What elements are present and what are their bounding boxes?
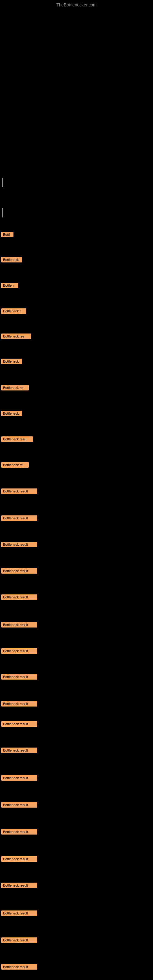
bottleneck-badge-1: Bottl — [1, 232, 13, 237]
bottleneck-badge-2: Bottleneck — [1, 257, 22, 262]
bottleneck-item-18: Bottleneck result — [1, 674, 37, 679]
site-title: TheBottlenecker.com — [56, 2, 97, 7]
bottleneck-item-21: Bottleneck result — [1, 747, 37, 753]
bottleneck-badge-28: Bottleneck result — [1, 937, 37, 943]
bottleneck-item-9: Bottleneck resu — [1, 436, 33, 442]
bottleneck-item-3: Bottlen — [1, 282, 18, 288]
vertical-line-1 — [2, 178, 3, 187]
bottleneck-item-26: Bottleneck result — [1, 882, 37, 888]
bottleneck-badge-22: Bottleneck result — [1, 775, 37, 781]
bottleneck-badge-24: Bottleneck result — [1, 829, 37, 835]
bottleneck-item-22: Bottleneck result — [1, 775, 37, 781]
bottleneck-badge-9: Bottleneck resu — [1, 436, 33, 442]
bottleneck-item-1: Bottl — [1, 232, 13, 237]
bottleneck-item-8: Bottleneck — [1, 410, 22, 416]
bottleneck-item-5: Bottleneck res — [1, 333, 31, 339]
bottleneck-badge-17: Bottleneck result — [1, 648, 37, 654]
bottleneck-item-15: Bottleneck result — [1, 594, 37, 600]
bottleneck-badge-10: Bottleneck re — [1, 462, 29, 468]
bottleneck-item-17: Bottleneck result — [1, 648, 37, 654]
bottleneck-item-20: Bottleneck result — [1, 721, 37, 727]
bottleneck-badge-19: Bottleneck result — [1, 701, 37, 706]
bottleneck-badge-12: Bottleneck result — [1, 515, 37, 521]
bottleneck-item-6: Bottleneck — [1, 358, 22, 364]
bottleneck-item-25: Bottleneck result — [1, 856, 37, 862]
bottleneck-badge-5: Bottleneck res — [1, 334, 31, 339]
bottleneck-item-27: Bottleneck result — [1, 910, 37, 916]
bottleneck-item-23: Bottleneck result — [1, 802, 37, 808]
bottleneck-item-24: Bottleneck result — [1, 829, 37, 835]
bottleneck-item-7: Bottleneck re — [1, 385, 29, 390]
bottleneck-badge-3: Bottlen — [1, 283, 18, 288]
bottleneck-item-4: Bottleneck r — [1, 308, 26, 314]
bottleneck-badge-11: Bottleneck result — [1, 488, 37, 494]
bottleneck-item-2: Bottleneck — [1, 257, 22, 262]
bottleneck-badge-20: Bottleneck result — [1, 721, 37, 727]
bottleneck-badge-26: Bottleneck result — [1, 883, 37, 888]
bottleneck-badge-14: Bottleneck result — [1, 568, 37, 574]
vertical-line-2 — [2, 208, 3, 218]
bottleneck-badge-13: Bottleneck result — [1, 542, 37, 547]
bottleneck-badge-21: Bottleneck result — [1, 748, 37, 753]
bottleneck-item-28: Bottleneck result — [1, 937, 37, 943]
bottleneck-badge-18: Bottleneck result — [1, 674, 37, 679]
bottleneck-item-14: Bottleneck result — [1, 568, 37, 574]
bottleneck-badge-23: Bottleneck result — [1, 802, 37, 808]
bottleneck-badge-7: Bottleneck re — [1, 385, 29, 390]
bottleneck-badge-15: Bottleneck result — [1, 595, 37, 600]
bottleneck-badge-8: Bottleneck — [1, 411, 22, 416]
bottleneck-badge-25: Bottleneck result — [1, 856, 37, 862]
bottleneck-badge-4: Bottleneck r — [1, 309, 26, 314]
bottleneck-badge-27: Bottleneck result — [1, 910, 37, 916]
bottleneck-item-16: Bottleneck result — [1, 622, 37, 627]
bottleneck-item-12: Bottleneck result — [1, 515, 37, 521]
bottleneck-item-29: Bottleneck result — [1, 964, 37, 970]
bottleneck-badge-16: Bottleneck result — [1, 622, 37, 627]
bottleneck-item-19: Bottleneck result — [1, 701, 37, 706]
bottleneck-badge-6: Bottleneck — [1, 359, 22, 364]
bottleneck-badge-29: Bottleneck result — [1, 964, 37, 970]
bottleneck-item-11: Bottleneck result — [1, 488, 37, 494]
bottleneck-item-13: Bottleneck result — [1, 541, 37, 547]
bottleneck-item-10: Bottleneck re — [1, 462, 29, 468]
